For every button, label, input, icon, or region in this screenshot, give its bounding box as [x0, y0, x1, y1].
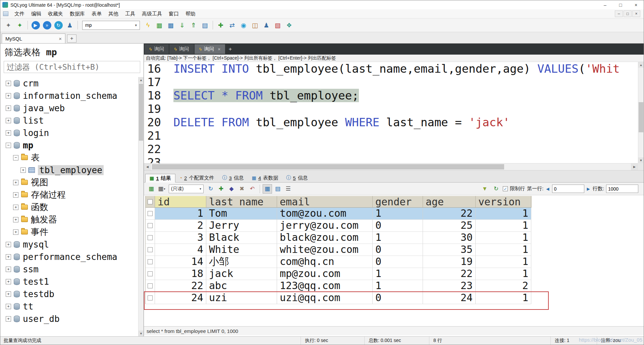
table-row-8[interactable]: 24uziuzi@qq.com0241: [146, 292, 532, 304]
add-connection-button[interactable]: +: [67, 34, 76, 43]
scroll-up-icon[interactable]: ▲: [638, 62, 644, 68]
editor-line-22[interactable]: 22: [144, 142, 638, 156]
tree-item-test1[interactable]: +test1: [0, 275, 138, 288]
minimize-button[interactable]: –: [597, 0, 613, 9]
row-select-cell[interactable]: [146, 244, 155, 256]
web-icon[interactable]: ◉: [238, 20, 249, 30]
close-tab-icon[interactable]: ×: [218, 47, 220, 52]
previous-page-icon[interactable]: ◀: [545, 187, 550, 191]
row-checkbox[interactable]: [148, 271, 153, 276]
tree-item-user_db[interactable]: +user_db: [0, 313, 138, 325]
row-checkbox[interactable]: [148, 283, 153, 288]
mdi-minimize-button[interactable]: –: [615, 10, 623, 17]
tree-item-list[interactable]: +list: [0, 114, 138, 127]
column-header-id[interactable]: id: [155, 196, 206, 208]
scheduler-icon[interactable]: ▧: [272, 20, 283, 30]
tree-item-tbl_employee[interactable]: +tbl_employee: [0, 164, 138, 176]
results-splitter[interactable]: [144, 170, 644, 172]
editor-line-16[interactable]: 16INSERT INTO tbl_employee(last_name,ema…: [144, 62, 638, 75]
add-row-icon[interactable]: ✚: [216, 184, 226, 194]
table-row-3[interactable]: 3Blackblack@zou.com1301: [146, 232, 532, 244]
row-checkbox[interactable]: [148, 247, 153, 252]
result-tab-4[interactable]: ▦4表数据: [248, 174, 282, 182]
table-row-6[interactable]: 18jackmp@zou.com1221: [146, 268, 532, 280]
sync-icon[interactable]: ⇄: [227, 20, 237, 30]
column-header-email[interactable]: email: [277, 196, 373, 208]
row-select-cell[interactable]: [146, 256, 155, 268]
new-connection-icon[interactable]: ✦: [3, 20, 14, 30]
maximize-button[interactable]: □: [613, 0, 628, 9]
select-all-checkbox[interactable]: [148, 199, 153, 204]
expand-icon[interactable]: +: [6, 106, 11, 111]
schema-designer-icon[interactable]: ❖: [284, 20, 294, 30]
scroll-down-icon[interactable]: ▼: [638, 157, 644, 163]
table-row-5[interactable]: 14小邹com@hq.cn0191: [146, 256, 532, 268]
text-view-icon[interactable]: ☰: [283, 184, 293, 194]
query-tab-2[interactable]: ϟ询问: [169, 44, 194, 54]
expand-icon[interactable]: +: [6, 316, 11, 322]
close-icon[interactable]: ×: [54, 36, 62, 42]
menu-item-8[interactable]: 高级工具: [139, 9, 165, 18]
scroll-left-icon[interactable]: ◀: [144, 163, 151, 170]
menu-item-3[interactable]: 收藏夹: [45, 9, 66, 18]
expand-icon[interactable]: +: [20, 167, 26, 173]
expand-icon[interactable]: +: [6, 267, 11, 272]
sql-editor[interactable]: 16INSERT INTO tbl_employee(last_name,ema…: [144, 62, 638, 163]
connection-database-select[interactable]: mp ▾: [82, 21, 140, 30]
menu-item-4[interactable]: 数据库: [66, 9, 88, 18]
column-header-select[interactable]: [146, 196, 155, 208]
editor-line-20[interactable]: 20DELETE FROM tbl_employee WHERE last_na…: [144, 116, 638, 129]
tree-item-ssm[interactable]: +ssm: [0, 263, 138, 275]
row-count-input[interactable]: [606, 185, 638, 193]
tree-item-mp[interactable]: −mp: [0, 139, 138, 151]
expand-icon[interactable]: +: [6, 81, 11, 86]
form-view-icon[interactable]: ▤: [273, 184, 282, 194]
editor-line-17[interactable]: 17: [144, 75, 638, 89]
column-header-gender[interactable]: gender: [373, 196, 423, 208]
refresh-limit-icon[interactable]: ↻: [491, 184, 501, 194]
menu-item-7[interactable]: 工具: [122, 9, 139, 18]
next-page-icon[interactable]: ▶: [586, 187, 591, 191]
expand-icon[interactable]: +: [6, 242, 11, 247]
expand-icon[interactable]: +: [6, 279, 11, 284]
collapse-icon[interactable]: −: [13, 155, 18, 160]
result-tab-3[interactable]: ⓘ3信息: [218, 174, 248, 182]
menu-item-10[interactable]: 帮助: [182, 9, 199, 18]
result-tab-1[interactable]: ▦1结果: [145, 174, 175, 183]
result-tab-2[interactable]: ◔2个配置文件: [175, 174, 218, 182]
menu-item-9[interactable]: 窗口: [165, 9, 182, 18]
menu-item-6[interactable]: 其他: [105, 9, 122, 18]
query-tab-1[interactable]: ϟ询问: [145, 44, 169, 54]
expand-icon[interactable]: +: [13, 229, 18, 235]
add-query-tab-button[interactable]: +: [226, 45, 234, 54]
editor-hscroll-thumb[interactable]: [152, 164, 504, 169]
row-checkbox[interactable]: [148, 259, 153, 264]
delete-row-icon[interactable]: ✖: [237, 184, 247, 194]
table-row-2[interactable]: 2Jerryjerry@zou.com0251: [146, 220, 532, 232]
expand-icon[interactable]: +: [6, 254, 11, 260]
row-select-cell[interactable]: [146, 292, 155, 304]
mdi-close-button[interactable]: ×: [632, 10, 640, 17]
editor-vertical-scrollbar[interactable]: ▲ ▼: [638, 62, 644, 163]
collapse-icon[interactable]: −: [6, 143, 11, 148]
expand-icon[interactable]: +: [6, 118, 11, 123]
tree-item-mysql[interactable]: +mysql: [0, 238, 138, 251]
row-select-cell[interactable]: [146, 280, 155, 292]
refresh-icon[interactable]: ↻: [53, 20, 64, 30]
column-header-last_name[interactable]: last_name: [206, 196, 277, 208]
row-select-cell[interactable]: [146, 268, 155, 280]
tree-item-事件[interactable]: +事件: [0, 226, 138, 238]
expand-icon[interactable]: +: [13, 217, 18, 222]
row-checkbox[interactable]: [148, 211, 153, 216]
filter-funnel-icon[interactable]: ▼: [480, 184, 489, 194]
backup-icon[interactable]: ◫: [250, 20, 260, 30]
editor-line-23[interactable]: 23: [144, 156, 638, 163]
table-row-4[interactable]: 4Whitewhite@zou.com0351: [146, 244, 532, 256]
tree-item-login[interactable]: +login: [0, 127, 138, 139]
first-row-input[interactable]: [552, 185, 584, 193]
save-row-icon[interactable]: ◆: [227, 184, 236, 194]
grid-options-icon[interactable]: ▦▾: [157, 184, 166, 194]
editor-line-18[interactable]: 18SELECT * FROM tbl_employee;: [144, 89, 638, 102]
table-filter-input[interactable]: [4, 63, 140, 71]
grid-view-icon[interactable]: ▦: [263, 184, 272, 194]
